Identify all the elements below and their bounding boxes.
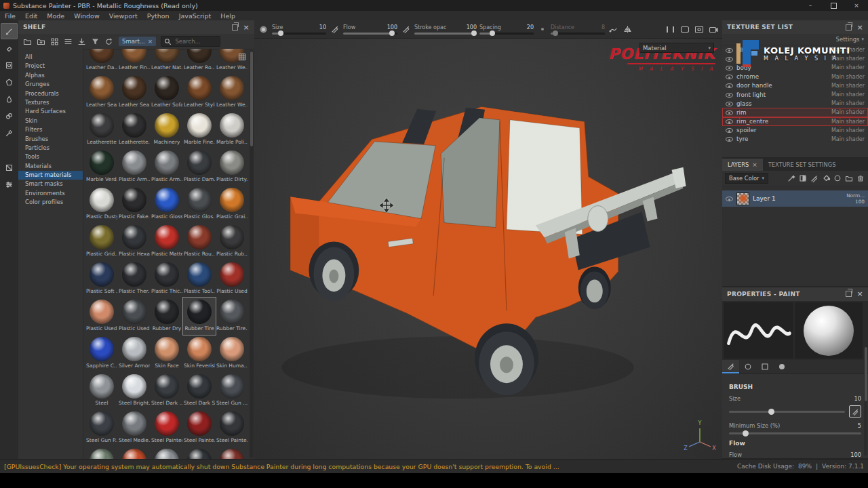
list-view-icon[interactable] [62,36,74,47]
close-panel-icon[interactable]: × [856,24,863,31]
spacing-value[interactable]: 20 [527,24,534,30]
texture-set-row[interactable]: door handleMain shader [722,81,868,90]
menu-help[interactable]: Help [216,11,240,20]
camera-icon[interactable] [707,24,719,35]
material-item[interactable]: Steel Dark ... [151,372,183,409]
brush-size-value[interactable]: 10 [854,395,861,402]
add-fill-layer-icon[interactable] [821,174,831,184]
material-item[interactable]: Steel Painte... [118,447,151,460]
material-item[interactable]: Plastic Fake... [118,186,151,223]
shelf-category-grunges[interactable]: Grunges [18,80,83,89]
symmetry-icon[interactable] [622,24,633,35]
add-group-folder-icon[interactable] [844,174,854,184]
material-item[interactable]: Silver Armor [118,335,151,372]
texture-set-row[interactable]: chromeMain shader [722,73,868,81]
close-panel-icon[interactable]: × [243,24,250,31]
material-item[interactable]: Steel Painte... [183,409,216,447]
eye-icon[interactable] [726,100,733,107]
texture-set-shader[interactable]: Main shader [831,119,865,125]
geometry-mask-icon[interactable] [1,159,18,176]
material-item[interactable]: Leather Da... [85,49,118,74]
material-item[interactable]: Leather Ro... [183,49,216,74]
texture-set-shader[interactable]: Main shader [831,109,865,115]
material-item[interactable]: Plastic Arm... [118,148,151,186]
eye-icon[interactable] [726,47,733,54]
channel-dropdown[interactable]: Base Color ▾ [725,173,768,184]
layer-opacity-value[interactable]: 100 [855,199,865,205]
texture-set-shader[interactable]: Main shader [831,100,865,106]
eye-icon[interactable] [726,195,733,202]
material-item[interactable]: Plastic Soft ... [85,260,118,298]
material-item[interactable]: Plastic Used... [118,298,151,335]
size-value[interactable]: 10 [319,24,326,30]
material-item[interactable]: Steel Painte... [183,447,216,460]
flow-value[interactable]: 100 [387,24,397,30]
grid-display-toggle-icon[interactable] [238,53,246,62]
maximize-button[interactable] [822,0,845,11]
material-item[interactable]: Steel Painte... [216,447,248,460]
tab-alpha-icon[interactable] [739,360,756,373]
texture-set-row[interactable]: rimMain shader [722,108,868,117]
add-smart-material-icon[interactable] [832,174,842,184]
search-input[interactable] [174,37,216,45]
texture-set-shader[interactable]: Main shader [831,136,865,142]
add-effect-icon[interactable] [786,174,796,184]
material-item[interactable]: Plastic Dirty... [216,148,248,186]
material-item[interactable]: Plastic Thic... [151,260,183,298]
eye-icon[interactable] [726,82,733,89]
axis-gizmo[interactable]: Y X Z [682,418,718,451]
stroke-opacity-value[interactable]: 100 [467,24,477,30]
material-item[interactable]: Marble Fine... [183,111,216,148]
add-paint-layer-icon[interactable] [809,174,819,184]
material-item[interactable]: Machinery [151,111,183,148]
shelf-search[interactable] [161,36,220,47]
filter-chip-smart-materials[interactable]: Smart... × [119,37,156,46]
float-panel-icon[interactable] [232,24,238,30]
material-item[interactable]: Skin Huma... [216,335,248,372]
material-item[interactable]: Plastic Used... [85,298,118,335]
stroke-opacity-slider[interactable] [414,33,477,35]
import-resources-icon[interactable] [76,36,87,47]
material-item[interactable]: Leather Sea... [85,74,118,111]
scrollbar-thumb[interactable] [250,52,253,146]
grid-view-small-icon[interactable] [49,36,60,47]
layer-row[interactable]: Layer 1Norm...100 [722,190,868,207]
material-item[interactable]: Leather We... [216,74,248,111]
lazy-mouse-icon[interactable] [608,24,619,35]
material-item[interactable]: Plastic Grai... [216,186,248,223]
menu-python[interactable]: Python [142,11,174,20]
close-panel-icon[interactable]: × [856,290,863,298]
material-item[interactable]: Plastic Rou... [183,223,216,260]
car-model[interactable] [254,39,722,460]
tab-layers[interactable]: LAYERS × [722,159,763,171]
material-item[interactable]: Steel Painte... [216,409,248,447]
shelf-category-tools[interactable]: Tools [18,152,83,161]
shelf-category-environments[interactable]: Environments [18,189,83,198]
material-item[interactable]: Plastic Grid... [85,223,118,260]
chip-close-icon[interactable]: × [148,38,153,45]
smudge-tool[interactable] [1,91,18,107]
menu-javascript[interactable]: JavaScript [174,11,216,20]
float-panel-icon[interactable] [846,24,852,30]
min-size-slider[interactable] [729,432,861,434]
tab-brush-icon[interactable] [722,360,739,373]
eye-icon[interactable] [726,109,733,116]
texture-set-row[interactable]: spoilerMain shader [722,126,868,135]
eye-icon[interactable] [726,118,733,125]
menu-mode[interactable]: Mode [42,11,69,20]
tab-stencil-icon[interactable] [756,360,773,373]
material-item[interactable]: Sapphire C... [85,335,118,372]
material-item[interactable]: Skin Feverish [183,335,216,372]
material-item[interactable]: Steel Medie... [118,409,151,447]
clone-tool[interactable] [1,108,18,124]
material-item[interactable]: Steel Bright... [118,372,151,409]
material-item[interactable]: Marble Poli... [216,111,248,148]
paint-brush-tool[interactable] [1,23,18,39]
material-item[interactable]: Steel Gun ... [216,372,248,409]
material-item[interactable]: Leather Styli... [183,74,216,111]
material-item[interactable]: Plastic Ther... [118,260,151,298]
material-picker-tool[interactable] [1,125,18,141]
spacing-control[interactable]: Spacing20 [479,24,534,35]
material-item[interactable]: Leather Sea... [118,74,151,111]
material-item[interactable]: Steel Gun P... [85,409,118,447]
